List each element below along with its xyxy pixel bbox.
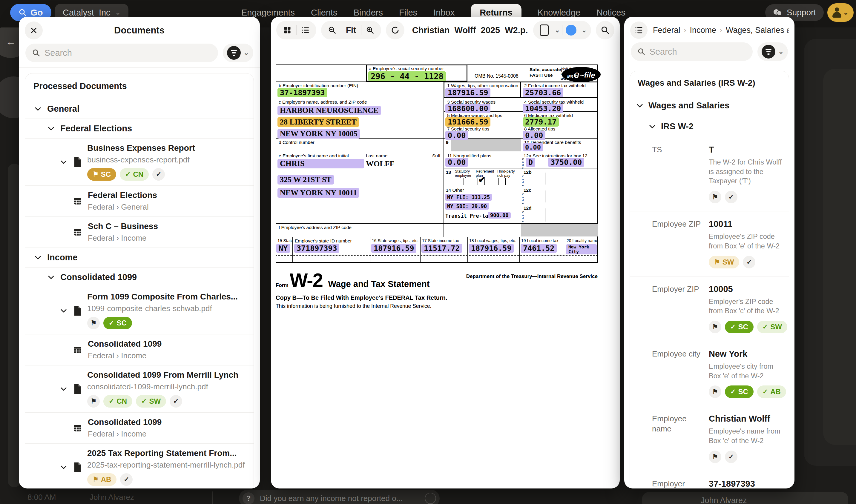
tree-subsection-federal-elections[interactable]: Federal Elections xyxy=(25,119,254,138)
badge-label: SC xyxy=(117,319,126,327)
flag-badge: ⚑ xyxy=(709,191,721,203)
flag-icon: ⚑ xyxy=(93,171,99,178)
w2-code-vertical: Code xyxy=(522,211,525,223)
close-icon xyxy=(30,26,38,34)
chevron-down-icon[interactable] xyxy=(34,254,42,262)
tree-mapping-item[interactable]: Sch C – BusinessFederal › Income xyxy=(25,216,254,248)
annotation-group: ⌄ ⌄ xyxy=(533,21,591,39)
flag-badge: ⚑ xyxy=(709,321,721,333)
w2-box14-line3-label: Transit Pre-tax: xyxy=(445,213,494,219)
document-icon xyxy=(73,305,82,316)
question-action-button[interactable] xyxy=(425,493,436,504)
tree-subsection-consolidated-1099[interactable]: Consolidated 1099 xyxy=(25,267,254,287)
w2-document[interactable]: a Employee's social security number 296 … xyxy=(276,65,598,309)
chevron-down-icon[interactable] xyxy=(47,273,55,281)
check-icon: ✓ xyxy=(109,398,114,404)
tree-mapping-item[interactable]: Consolidated 1099Federal › Income xyxy=(25,334,254,365)
tab-notices[interactable]: Notices xyxy=(596,8,625,18)
field-row-employee-zip[interactable]: Employee ZIP10011Employee's ZIP code fro… xyxy=(630,211,789,276)
chevron-down-icon xyxy=(47,125,55,132)
fields-search-input[interactable] xyxy=(649,47,746,57)
w2-stateid-label: Employer's state ID number xyxy=(295,238,352,244)
table-icon xyxy=(73,345,83,355)
tree-file-item[interactable]: Consolidated 1099 From Merrill Lynchcons… xyxy=(25,365,254,412)
tab-clients[interactable]: Clients xyxy=(311,8,338,18)
grid-view-button[interactable] xyxy=(279,21,296,39)
documents-search-input[interactable] xyxy=(44,48,212,58)
user-menu[interactable]: ⌄ xyxy=(827,3,854,22)
back-arrow-icon: ← xyxy=(6,36,16,48)
field-label: TS xyxy=(652,145,705,203)
w2-box12a-value: 3750.00 xyxy=(548,158,584,167)
tab-engagements[interactable]: Engagements xyxy=(241,8,295,18)
tab-files[interactable]: Files xyxy=(399,8,417,18)
fields-header: Federal›Income›Wages, Salaries and Tips … xyxy=(624,17,795,42)
w2-box-f-label: f Employee's address and ZIP code xyxy=(279,225,352,230)
chevron-down-icon[interactable] xyxy=(47,125,55,132)
fields-search[interactable] xyxy=(631,42,753,61)
check-badge-sw: ✓SW xyxy=(136,395,166,408)
field-badges: ⚑✓ xyxy=(709,191,783,203)
breadcrumb-item[interactable]: Federal xyxy=(653,26,680,35)
chevron-down-icon[interactable] xyxy=(34,105,42,113)
chevron-down-icon[interactable] xyxy=(60,463,68,471)
w2-box-d-label: d Control number xyxy=(279,140,315,145)
flag-badge: ⚑ xyxy=(87,317,100,329)
file-title: Consolidated 1099 From Merrill Lynch xyxy=(87,370,238,380)
outline-toggle-button[interactable] xyxy=(630,21,647,39)
check-badge-sc: ✓SC xyxy=(103,317,132,329)
field-row-employer-identification-number[interactable]: Employer identification number37-1897393… xyxy=(630,471,789,488)
tree-section-general[interactable]: General xyxy=(25,99,254,119)
field-label: Employee ZIP xyxy=(652,219,705,268)
tab-knowledge[interactable]: Knowledge xyxy=(538,8,581,18)
field-row-ts[interactable]: TSTThe W-2 for Chris Wolff is assigned t… xyxy=(630,137,789,211)
rectangle-icon xyxy=(540,24,549,36)
check-icon: ✓ xyxy=(763,324,768,330)
highlight-color-button[interactable] xyxy=(563,21,580,39)
field-value: Christian Wolff xyxy=(709,414,783,424)
chevron-down-icon[interactable] xyxy=(60,307,68,315)
question-icon: ? xyxy=(243,492,254,504)
tab-inbox[interactable]: Inbox xyxy=(433,8,454,18)
field-row-employee-name[interactable]: Employee nameChristian WolffEmployee's n… xyxy=(630,406,789,471)
viewer-search-button[interactable] xyxy=(596,21,614,39)
list-view-button[interactable] xyxy=(297,21,314,39)
tree-mapping-item[interactable]: Federal ElectionsFederal › General xyxy=(25,185,254,216)
documents-filter-button[interactable]: ⌄ xyxy=(223,43,253,62)
tree-file-item[interactable]: Business Expenses Reportbusiness-expense… xyxy=(25,138,254,185)
fields-filter-button[interactable]: ⌄ xyxy=(757,42,788,61)
flag-icon: ⚑ xyxy=(93,476,99,483)
group-irs-w2[interactable]: IRS W-2 xyxy=(630,116,789,137)
file-title: Form 1099 Composite From Charles... xyxy=(87,292,238,302)
field-row-employer-zip[interactable]: Employer ZIP10005Employer's ZIP code fro… xyxy=(630,276,789,341)
chevron-down-icon[interactable] xyxy=(60,385,68,393)
group-wages-and-salaries[interactable]: Wages and Salaries xyxy=(630,95,789,116)
close-button[interactable] xyxy=(25,21,43,39)
fit-button[interactable]: Fit xyxy=(341,25,361,35)
documents-search[interactable] xyxy=(25,43,218,62)
tree-file-item[interactable]: Form 1099 Composite From Charles...1099-… xyxy=(25,287,254,334)
tab-binders[interactable]: Binders xyxy=(354,8,383,18)
zoom-out-button[interactable] xyxy=(323,21,341,39)
chevron-down-icon[interactable] xyxy=(60,158,68,166)
signer-bar[interactable]: John Alvarez xyxy=(642,492,848,504)
document-icon xyxy=(73,384,82,394)
table-icon xyxy=(73,345,83,355)
document-icon xyxy=(73,462,82,473)
flag-icon: ⚑ xyxy=(712,389,718,395)
w2-code-vertical: Code xyxy=(522,158,525,169)
breadcrumb-item[interactable]: Wages, Salaries and Tips (... xyxy=(726,26,788,35)
chevron-down-icon xyxy=(648,123,656,130)
question-bar[interactable]: ? Did you earn any income not reported o… xyxy=(239,490,440,504)
breadcrumb-item[interactable]: Income xyxy=(690,26,716,35)
file-badges: ⚑SC✓CN✓ xyxy=(87,168,195,181)
field-row-employee-city[interactable]: Employee cityNew YorkEmployee's city fro… xyxy=(630,341,789,406)
page-shape-button[interactable] xyxy=(536,21,553,39)
tree-mapping-item[interactable]: Consolidated 1099Federal › Income xyxy=(25,412,254,444)
w2-form-word: Form xyxy=(276,283,288,288)
tree-section-income[interactable]: Income xyxy=(25,248,254,267)
w2-retirement-checkmark: ✔ xyxy=(478,174,486,185)
tree-file-item[interactable]: 2025 Tax Reporting Statement From...2025… xyxy=(25,444,254,488)
zoom-in-button[interactable] xyxy=(361,21,379,39)
rotate-button[interactable] xyxy=(386,21,405,39)
